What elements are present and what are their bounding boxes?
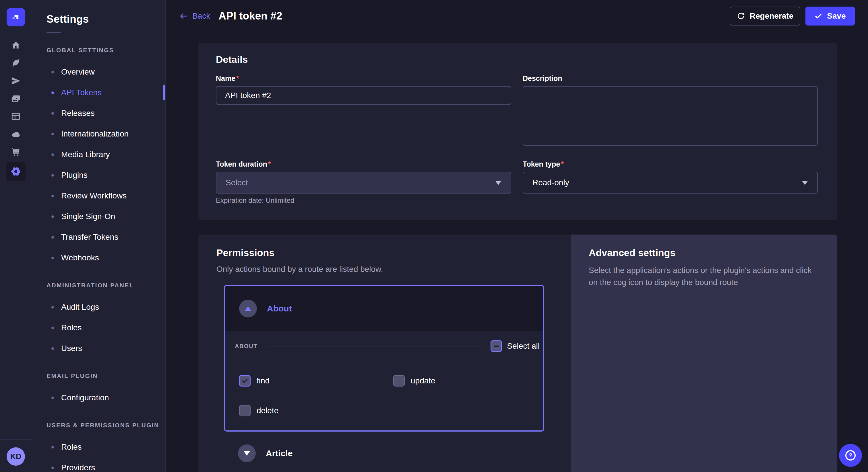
sidebar-item-configuration[interactable]: Configuration — [32, 387, 165, 408]
action-find: find — [239, 375, 393, 386]
update-checkbox[interactable] — [393, 375, 405, 386]
accordion-article-header[interactable]: Article — [224, 432, 544, 472]
sidebar-item-label: Media Library — [61, 150, 110, 159]
sidebar-item-label: Providers — [61, 463, 95, 472]
details-form: Name* Description Token duration* Select… — [216, 74, 818, 204]
svg-text:?: ? — [849, 452, 852, 459]
collapse-toggle-button[interactable] — [239, 300, 257, 317]
feather-icon[interactable] — [6, 55, 26, 71]
sidebar-item-internationalization[interactable]: Internationalization — [32, 124, 165, 144]
actions-grid: find update delete — [235, 375, 539, 416]
content: Details Name* Description Token duration… — [166, 32, 868, 472]
bullet-icon — [51, 112, 54, 115]
divider-line — [267, 346, 482, 346]
name-label: Name* — [216, 74, 511, 82]
cloud-icon[interactable] — [6, 126, 26, 142]
settings-gear-icon[interactable] — [6, 162, 26, 181]
sidebar-item-label: Roles — [61, 442, 82, 452]
paper-plane-icon[interactable] — [6, 73, 26, 89]
required-asterisk: * — [268, 160, 271, 168]
name-input[interactable] — [216, 86, 511, 105]
sidebar-item-api-tokens[interactable]: API Tokens — [32, 82, 165, 103]
bullet-icon — [51, 71, 54, 73]
bullet-icon — [51, 92, 54, 94]
sidebar-item-label: Releases — [61, 109, 95, 118]
sidebar-item-plugins[interactable]: Plugins — [32, 165, 165, 186]
section-label-global-settings: GLOBAL SETTINGS — [46, 47, 165, 54]
back-button[interactable]: Back — [179, 11, 210, 21]
bullet-icon — [51, 215, 54, 218]
find-checkbox[interactable] — [239, 375, 251, 386]
bullet-icon — [51, 133, 54, 135]
bullet-icon — [51, 306, 54, 308]
sidebar-item-users[interactable]: Users — [32, 338, 165, 359]
name-field-group: Name* — [216, 74, 511, 147]
arrow-left-icon — [179, 12, 188, 20]
layout-icon[interactable] — [6, 108, 26, 125]
action-label: find — [257, 376, 270, 385]
chevron-down-icon — [495, 181, 501, 185]
home-icon[interactable] — [6, 37, 26, 53]
bullet-icon — [51, 174, 54, 177]
about-subsection-row: ABOUT Select all — [235, 340, 539, 352]
sidebar-item-releases[interactable]: Releases — [32, 103, 165, 124]
sidebar-item-media-library[interactable]: Media Library — [32, 144, 165, 165]
save-button[interactable]: Save — [805, 7, 855, 26]
details-title: Details — [216, 54, 818, 65]
action-label: update — [411, 376, 435, 385]
accordion-about-header[interactable]: About — [225, 286, 543, 331]
expand-toggle-button[interactable] — [238, 444, 256, 462]
section-label-email-plugin: EMAIL PLUGIN — [46, 372, 165, 379]
media-library-icon[interactable] — [6, 91, 26, 107]
check-icon — [241, 377, 249, 384]
sidebar-item-up-roles[interactable]: Roles — [32, 437, 165, 458]
accordion-about-body: ABOUT Select all find — [225, 331, 543, 430]
token-duration-label: Token duration* — [216, 160, 511, 168]
sidebar-item-transfer-tokens[interactable]: Transfer Tokens — [32, 227, 165, 247]
help-button[interactable]: ? — [839, 444, 862, 467]
sidebar-item-label: Roles — [61, 323, 82, 332]
description-textarea[interactable] — [523, 86, 818, 146]
sidebar-item-label: Audit Logs — [61, 303, 99, 312]
sidebar-item-audit-logs[interactable]: Audit Logs — [32, 297, 165, 317]
bullet-icon — [51, 347, 54, 350]
bullet-icon — [51, 154, 54, 156]
advanced-settings-description: Select the application's actions or the … — [589, 264, 821, 289]
sidebar-title-divider — [46, 32, 61, 33]
sidebar-item-label: API Tokens — [61, 88, 102, 97]
sidebar-title: Settings — [46, 13, 165, 25]
sidebar-item-overview[interactable]: Overview — [32, 62, 165, 82]
about-subsection-label: ABOUT — [235, 343, 257, 349]
bullet-icon — [51, 257, 54, 259]
sidebar-item-providers[interactable]: Providers — [32, 458, 165, 472]
sidebar-item-single-sign-on[interactable]: Single Sign-On — [32, 206, 165, 227]
required-asterisk: * — [561, 160, 564, 168]
sidebar-item-admin-roles[interactable]: Roles — [32, 317, 165, 338]
bullet-icon — [51, 446, 54, 448]
delete-checkbox[interactable] — [239, 405, 251, 416]
cart-icon[interactable] — [6, 144, 26, 160]
token-type-field-group: Token type* Read-only — [523, 160, 818, 204]
accordion-article-label: Article — [266, 448, 292, 458]
page-header: Back API token #2 Regenerate Save — [166, 0, 868, 32]
strapi-logo[interactable] — [7, 8, 25, 26]
select-all-label: Select all — [507, 341, 539, 351]
token-duration-field-group: Token duration* Select Expiration date: … — [216, 160, 511, 204]
token-type-select[interactable]: Read-only — [523, 172, 818, 194]
select-all-checkbox[interactable] — [491, 340, 502, 352]
back-label: Back — [192, 11, 210, 21]
sidebar-item-review-workflows[interactable]: Review Workflows — [32, 186, 165, 206]
bullet-icon — [51, 195, 54, 197]
token-type-value: Read-only — [532, 178, 569, 187]
avatar[interactable]: KD — [7, 447, 25, 466]
accordion-about-label: About — [267, 304, 292, 313]
advanced-settings-title: Advanced settings — [589, 247, 821, 258]
bullet-icon — [51, 467, 54, 469]
sidebar-item-webhooks[interactable]: Webhooks — [32, 247, 165, 268]
description-field-group: Description — [523, 74, 818, 147]
icon-rail: KD — [0, 0, 32, 472]
sidebar-item-label: Single Sign-On — [61, 212, 115, 221]
regenerate-button[interactable]: Regenerate — [730, 7, 800, 26]
description-label: Description — [523, 74, 818, 82]
token-duration-select[interactable]: Select — [216, 172, 511, 194]
